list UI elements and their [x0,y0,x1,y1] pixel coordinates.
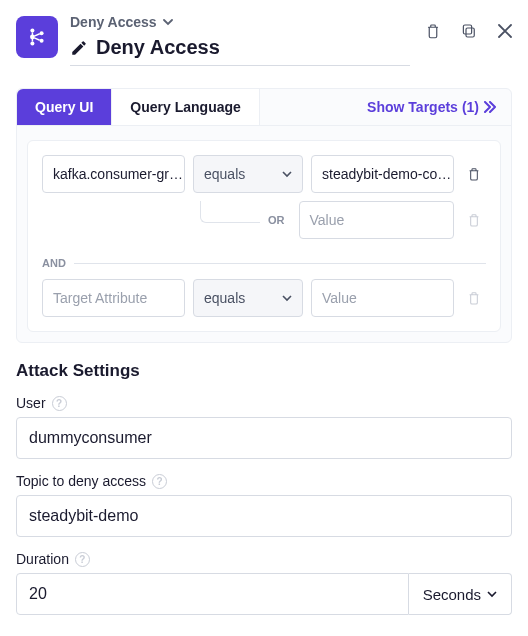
chevron-down-icon [282,293,292,303]
attribute-input[interactable]: kafka.consumer-gr… [42,155,185,193]
query-section: Query UI Query Language Show Targets (1)… [16,88,512,343]
help-icon[interactable]: ? [75,552,90,567]
tab-query-language[interactable]: Query Language [112,89,259,125]
show-targets-button[interactable]: Show Targets (1) [357,89,511,125]
operator-value: equals [204,166,245,182]
attribute-input[interactable]: Target Attribute [42,279,185,317]
show-targets-count: (1) [462,99,479,115]
operator-select[interactable]: equals [193,279,303,317]
svg-point-0 [30,29,34,33]
duration-input[interactable] [16,573,409,615]
chevron-down-icon [282,169,292,179]
svg-line-7 [34,34,40,36]
close-button[interactable] [494,20,516,42]
or-connector: OR [268,214,291,226]
svg-point-4 [40,39,44,43]
duration-unit-select[interactable]: Seconds [409,573,512,615]
delete-row-button [462,208,486,232]
page-title: Deny Access [96,36,220,59]
operator-select[interactable]: equals [193,155,303,193]
trash-icon [466,290,482,306]
copy-icon [460,22,478,40]
delete-row-button[interactable] [462,162,486,186]
delete-button[interactable] [422,20,444,42]
svg-line-8 [34,38,40,40]
svg-point-3 [40,31,44,35]
operator-value: equals [204,290,245,306]
user-label: User [16,395,46,411]
kafka-graph-icon [26,26,48,48]
value-input[interactable]: steadybit-demo-co… [311,155,454,193]
svg-rect-9 [466,28,474,37]
value-input[interactable]: Value [311,279,454,317]
chevron-down-icon [487,589,497,599]
chevron-double-right-icon [483,101,497,113]
duration-unit-value: Seconds [423,586,481,603]
topic-input[interactable] [16,495,512,537]
topic-label: Topic to deny access [16,473,146,489]
svg-point-2 [30,41,34,45]
and-connector: AND [42,257,66,269]
user-input[interactable] [16,417,512,459]
chevron-down-icon [163,17,173,27]
close-icon [497,23,513,39]
breadcrumb[interactable]: Deny Access [70,10,410,32]
duration-label: Duration [16,551,69,567]
tab-query-ui[interactable]: Query UI [17,89,112,125]
show-targets-label: Show Targets [367,99,458,115]
svg-point-1 [30,35,35,40]
help-icon[interactable]: ? [52,396,67,411]
trash-icon [466,166,482,182]
divider [74,263,486,264]
trash-icon [424,22,442,40]
attack-settings-section: Attack Settings User ? Topic to deny acc… [0,343,528,623]
value-input[interactable]: Value [299,201,455,239]
copy-button[interactable] [458,20,480,42]
delete-row-button [462,286,486,310]
svg-rect-10 [463,25,471,34]
breadcrumb-label: Deny Access [70,14,157,30]
edit-icon[interactable] [70,39,88,57]
trash-icon [466,212,482,228]
action-logo [16,16,58,58]
settings-heading: Attack Settings [16,361,512,381]
help-icon[interactable]: ? [152,474,167,489]
